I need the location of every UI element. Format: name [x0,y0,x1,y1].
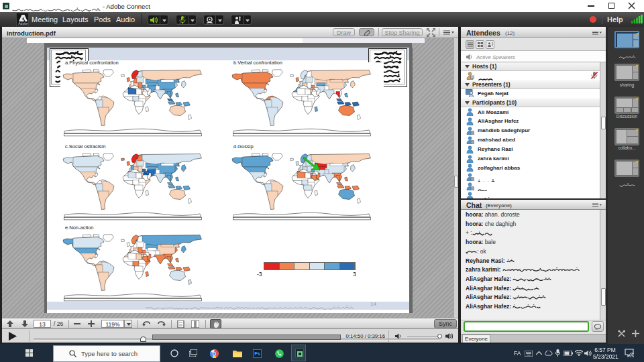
svg-text:4: 4 [631,353,633,357]
